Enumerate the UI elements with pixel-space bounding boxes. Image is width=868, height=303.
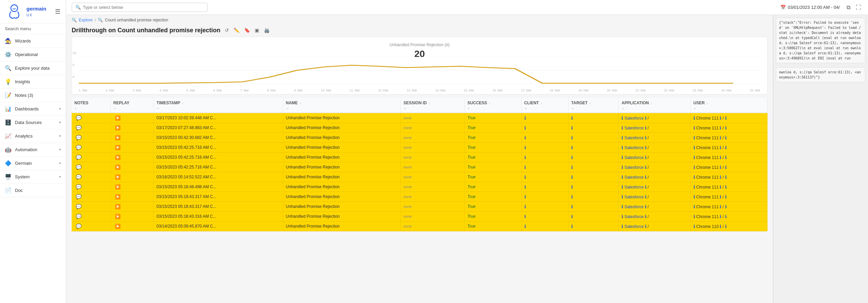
target-info-icon-6[interactable]: ℹ [571, 175, 573, 180]
app-info-icon-9[interactable]: ℹ [621, 204, 623, 209]
client-info-icon-10[interactable]: ℹ [524, 214, 526, 219]
client-info-icon-5[interactable]: ℹ [524, 165, 526, 170]
app-info-icon-10[interactable]: ℹ [621, 214, 623, 219]
app-info-icon-6[interactable]: ℹ [621, 175, 623, 180]
client-info-icon-8[interactable]: ℹ [524, 194, 526, 199]
app-info-icon-8[interactable]: ℹ [621, 194, 623, 199]
target-info-icon-10[interactable]: ℹ [571, 214, 573, 219]
sidebar-item-automation[interactable]: 🤖 Automation ▾ [0, 143, 66, 157]
replay-icon-btn-8[interactable]: ▶️ [113, 194, 122, 200]
client-info-icon-11[interactable]: ℹ [524, 224, 526, 229]
user-info-icon-11[interactable]: ℹ [693, 224, 695, 229]
notes-icon-btn-6[interactable]: 💬 [74, 174, 83, 180]
notes-icon-btn-2[interactable]: 💬 [74, 135, 83, 141]
app-info-icon2-7[interactable]: ℹ [645, 184, 647, 190]
app-info-icon2-0[interactable]: ℹ [645, 115, 647, 121]
user-extra-icon-8[interactable]: ℹ [725, 194, 727, 199]
replay-icon-btn-10[interactable]: ▶️ [113, 213, 122, 219]
user-info-icon-0[interactable]: ℹ [693, 115, 695, 121]
replay-icon-btn-0[interactable]: ▶️ [113, 115, 122, 121]
app-info-icon-0[interactable]: ℹ [621, 115, 623, 121]
client-info-icon-0[interactable]: ℹ [524, 115, 526, 121]
app-info-icon-4[interactable]: ℹ [621, 155, 623, 160]
target-info-icon-3[interactable]: ℹ [571, 145, 573, 150]
refresh-button[interactable]: ↺ [224, 26, 230, 34]
target-info-icon-8[interactable]: ℹ [571, 194, 573, 199]
app-info-icon2-6[interactable]: ℹ [645, 175, 647, 180]
app-info-icon2-11[interactable]: ℹ [645, 224, 647, 229]
copy-icon-button[interactable]: ⧉ [845, 3, 852, 12]
user-info-icon-4[interactable]: ℹ [693, 155, 695, 160]
user-extra-icon-11[interactable]: ℹ [725, 224, 727, 229]
user-extra-icon-3[interactable]: ℹ [725, 145, 727, 150]
client-info-icon-9[interactable]: ℹ [524, 204, 526, 209]
print-button[interactable]: 🖨️ [263, 26, 271, 34]
user-info-icon-10[interactable]: ℹ [693, 214, 695, 219]
client-info-icon-4[interactable]: ℹ [524, 155, 526, 160]
replay-icon-btn-6[interactable]: ▶️ [113, 174, 122, 180]
app-info-icon2-2[interactable]: ℹ [645, 135, 647, 140]
user-extra-icon-7[interactable]: ℹ [725, 184, 727, 190]
sidebar-item-explore[interactable]: 🔍 Explore your data [0, 61, 66, 75]
app-info-icon2-5[interactable]: ℹ [645, 165, 647, 170]
user-info-icon-7[interactable]: ℹ [693, 184, 695, 190]
sidebar-item-dashboards[interactable]: 📊 Dashboards ▾ [0, 102, 66, 116]
target-info-icon-11[interactable]: ℹ [571, 224, 573, 229]
notes-icon-btn-0[interactable]: 💬 [74, 115, 83, 121]
notes-icon-btn-9[interactable]: 💬 [74, 203, 83, 210]
search-input[interactable] [83, 5, 204, 10]
notes-icon-btn-8[interactable]: 💬 [74, 194, 83, 200]
app-info-icon2-10[interactable]: ℹ [645, 214, 647, 219]
user-info-icon2-10[interactable]: ℹ [720, 214, 721, 219]
sidebar-item-system[interactable]: 🖥️ System ▾ [0, 170, 66, 184]
sidebar-item-germain[interactable]: 🔷 Germain ▾ [0, 157, 66, 170]
user-info-icon-1[interactable]: ℹ [693, 125, 695, 130]
app-info-icon-5[interactable]: ℹ [621, 165, 623, 170]
hamburger-menu[interactable]: ☰ [55, 8, 60, 15]
client-info-icon-1[interactable]: ℹ [524, 125, 526, 130]
user-extra-icon-5[interactable]: ℹ [725, 165, 727, 170]
app-info-icon2-9[interactable]: ℹ [645, 204, 647, 209]
replay-icon-btn-7[interactable]: ▶️ [113, 184, 122, 190]
target-info-icon-4[interactable]: ℹ [571, 155, 573, 160]
replay-icon-btn-9[interactable]: ▶️ [113, 203, 122, 210]
bookmark-button[interactable]: 🔖 [243, 26, 251, 34]
replay-icon-btn-2[interactable]: ▶️ [113, 135, 122, 141]
search-box[interactable]: 🔍 [72, 3, 207, 12]
notes-icon-btn-5[interactable]: 💬 [74, 164, 83, 170]
fullscreen-icon-button[interactable]: ⛶ [854, 3, 863, 12]
client-info-icon-2[interactable]: ℹ [524, 135, 526, 140]
edit-button[interactable]: ✏️ [233, 26, 240, 34]
replay-icon-btn-3[interactable]: ▶️ [113, 144, 122, 150]
target-info-icon-0[interactable]: ℹ [571, 115, 573, 121]
user-info-icon2-7[interactable]: ℹ [720, 184, 721, 190]
app-info-icon-7[interactable]: ℹ [621, 184, 623, 190]
user-extra-icon-10[interactable]: ℹ [725, 214, 727, 219]
user-info-icon2-3[interactable]: ℹ [720, 145, 721, 150]
app-info-icon-1[interactable]: ℹ [621, 125, 623, 130]
app-info-icon2-1[interactable]: ℹ [645, 125, 647, 130]
user-extra-icon-2[interactable]: ℹ [725, 135, 727, 140]
user-info-icon2-6[interactable]: ℹ [720, 175, 721, 180]
target-info-icon-2[interactable]: ℹ [571, 135, 573, 140]
sidebar-item-analytics[interactable]: 📈 Analytics ▾ [0, 129, 66, 143]
sidebar-item-operational[interactable]: ⚙️ Operational [0, 48, 66, 61]
replay-icon-btn-4[interactable]: ▶️ [113, 154, 122, 160]
app-info-icon2-8[interactable]: ℹ [645, 194, 647, 199]
user-info-icon2-8[interactable]: ℹ [720, 194, 721, 199]
app-info-icon2-4[interactable]: ℹ [645, 155, 647, 160]
notes-icon-btn-10[interactable]: 💬 [74, 213, 83, 219]
user-extra-icon-1[interactable]: ℹ [725, 125, 727, 130]
replay-icon-btn-1[interactable]: ▶️ [113, 125, 122, 131]
notes-icon-btn-3[interactable]: 💬 [74, 144, 83, 150]
client-info-icon-7[interactable]: ℹ [524, 184, 526, 190]
replay-icon-btn-5[interactable]: ▶️ [113, 164, 122, 170]
user-info-icon2-5[interactable]: ℹ [720, 165, 721, 170]
sidebar-item-notes[interactable]: 📝 Notes (3) [0, 89, 66, 102]
target-info-icon-1[interactable]: ℹ [571, 125, 573, 130]
notes-icon-btn-4[interactable]: 💬 [74, 154, 83, 160]
app-info-icon-2[interactable]: ℹ [621, 135, 623, 140]
sidebar-item-doc[interactable]: 📄 Doc [0, 184, 66, 197]
user-info-icon-8[interactable]: ℹ [693, 194, 695, 199]
user-info-icon-5[interactable]: ℹ [693, 165, 695, 170]
